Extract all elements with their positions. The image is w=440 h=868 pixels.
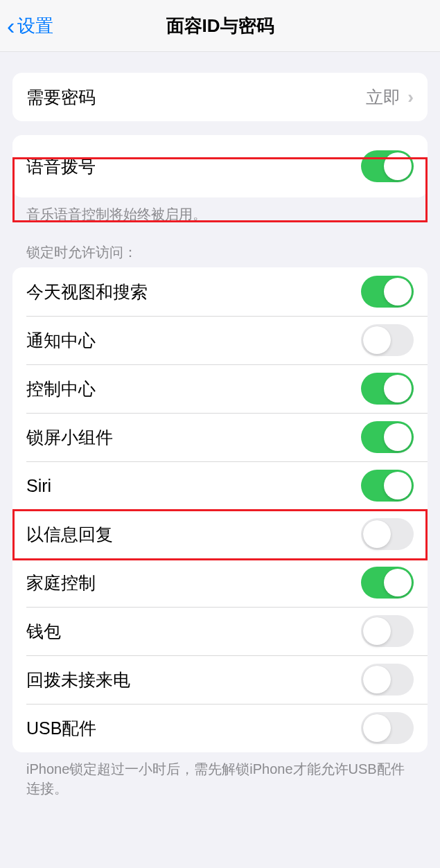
- locked-access-row: Siri: [12, 461, 428, 510]
- locked-access-label: 控制中心: [26, 378, 96, 400]
- locked-access-label: 回拨未接来电: [26, 668, 130, 691]
- locked-access-header: 锁定时允许访问：: [12, 243, 428, 267]
- locked-access-label: USB配件: [26, 717, 96, 740]
- require-passcode-row[interactable]: 需要密码 立即 ›: [12, 73, 428, 121]
- chevron-right-icon: ›: [407, 87, 414, 108]
- toggle-knob: [363, 520, 391, 548]
- locked-access-label: 锁屏小组件: [26, 426, 113, 449]
- voice-dial-toggle[interactable]: [361, 150, 414, 182]
- locked-access-footer: iPhone锁定超过一小时后，需先解锁iPhone才能允许USB配件连接。: [12, 752, 428, 798]
- voice-dial-label: 语音拨号: [26, 155, 96, 178]
- nav-bar: ‹ 设置 面容ID与密码: [0, 0, 440, 52]
- locked-access-label: Siri: [26, 476, 51, 496]
- page-title: 面容ID与密码: [166, 14, 274, 38]
- locked-access-row: 回拨未接来电: [12, 655, 428, 704]
- toggle-knob: [384, 569, 412, 596]
- locked-access-toggle[interactable]: [361, 518, 414, 550]
- locked-access-label: 以信息回复: [26, 523, 113, 546]
- toggle-knob: [363, 666, 391, 693]
- locked-access-toggle[interactable]: [361, 615, 414, 647]
- locked-access-row: 通知中心: [12, 316, 428, 364]
- locked-access-row: 今天视图和搜索: [12, 267, 428, 316]
- voice-dial-row: 语音拨号: [12, 135, 428, 197]
- chevron-left-icon: ‹: [7, 14, 15, 37]
- locked-access-label: 通知中心: [26, 329, 96, 352]
- require-passcode-value: 立即: [366, 86, 401, 109]
- toggle-knob: [363, 617, 391, 645]
- locked-access-row: 锁屏小组件: [12, 413, 428, 461]
- locked-access-toggle[interactable]: [361, 421, 414, 453]
- locked-access-toggle[interactable]: [361, 664, 414, 696]
- locked-access-toggle[interactable]: [361, 712, 414, 744]
- toggle-knob: [384, 423, 412, 451]
- locked-access-toggle[interactable]: [361, 324, 414, 356]
- back-button[interactable]: ‹ 设置: [7, 14, 53, 38]
- toggle-knob: [384, 375, 412, 402]
- locked-access-row: 家庭控制: [12, 558, 428, 607]
- toggle-knob: [384, 278, 412, 305]
- back-label: 设置: [17, 14, 53, 38]
- toggle-knob: [363, 326, 391, 354]
- toggle-knob: [384, 472, 412, 499]
- locked-access-label: 家庭控制: [26, 572, 96, 594]
- locked-access-label: 今天视图和搜索: [26, 281, 148, 303]
- locked-access-row: USB配件: [12, 704, 428, 752]
- locked-access-toggle[interactable]: [361, 567, 414, 599]
- locked-access-toggle[interactable]: [361, 276, 414, 308]
- locked-access-toggle[interactable]: [361, 373, 414, 405]
- locked-access-label: 钱包: [26, 620, 61, 643]
- voice-dial-footer: 音乐语音控制将始终被启用。: [12, 197, 428, 224]
- locked-access-toggle[interactable]: [361, 470, 414, 502]
- locked-access-row: 控制中心: [12, 364, 428, 413]
- locked-access-row: 以信息回复: [12, 510, 428, 558]
- toggle-knob: [363, 714, 391, 742]
- locked-access-row: 钱包: [12, 607, 428, 655]
- require-passcode-label: 需要密码: [26, 86, 96, 109]
- toggle-knob: [384, 152, 412, 180]
